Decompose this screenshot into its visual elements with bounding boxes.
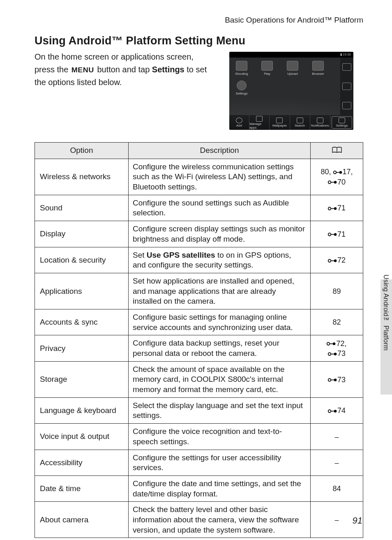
- status-bar: ▮ 15:30: [229, 52, 353, 58]
- description-cell: Configure the wireless communication set…: [129, 159, 311, 195]
- svg-point-1: [339, 171, 342, 174]
- screenshot-bottom-bar: Add Manage apps Wallpaper Search Notific…: [229, 115, 353, 130]
- col-description: Description: [129, 143, 311, 159]
- svg-point-18: [328, 353, 331, 355]
- app-label: Upload: [287, 72, 297, 76]
- menu-button-label: MENU: [71, 65, 95, 76]
- option-cell: Language & keyboard: [35, 397, 129, 423]
- bottom-label: Settings: [336, 124, 348, 127]
- option-cell: Accessibility: [35, 450, 129, 475]
- reference-cell: 84: [311, 475, 363, 501]
- desc-bold: Use GPS satellites: [147, 251, 215, 259]
- settings-table: Option Description Wireless & networksCo…: [35, 142, 363, 538]
- bottom-label: Add: [236, 124, 242, 127]
- android-screenshot: ▮ 15:30 Shooting Play Upload Browser Set…: [229, 52, 353, 130]
- reference-icon: [328, 258, 337, 263]
- ref-line: 89: [315, 286, 359, 296]
- app-browser: Browser: [309, 61, 327, 76]
- svg-point-3: [328, 181, 331, 184]
- option-cell: Voice input & output: [35, 424, 129, 450]
- bottom-wallpaper: Wallpaper: [270, 115, 290, 130]
- page-number: 91: [353, 515, 362, 526]
- app-upload: Upload: [284, 61, 302, 76]
- table-row: SoundConfigure the sound settings such a…: [35, 195, 363, 221]
- reference-icon: [327, 342, 336, 346]
- side-text: Using Android™ Platform: [382, 275, 390, 351]
- table-row: Wireless & networksConfigure the wireles…: [35, 159, 363, 195]
- app-play: Play: [258, 61, 276, 76]
- app-shooting: Shooting: [233, 61, 251, 76]
- app-settings: Settings: [233, 81, 251, 95]
- ref-line: –: [315, 458, 359, 468]
- table-row: StorageCheck the amount of space availab…: [35, 361, 363, 397]
- bottom-search: Search: [290, 115, 310, 130]
- table-row: Language & keyboardSelect the display la…: [35, 397, 363, 423]
- side-btn-1: [342, 63, 351, 71]
- ref-text: 82: [332, 318, 341, 326]
- ref-line: 82: [315, 317, 359, 327]
- col-option: Option: [35, 143, 129, 159]
- bottom-label: Wallpaper: [272, 124, 287, 127]
- settings-bold: Settings: [152, 65, 184, 74]
- option-cell: Sound: [35, 195, 129, 221]
- option-cell: Accounts & sync: [35, 309, 129, 335]
- svg-point-7: [334, 207, 337, 210]
- svg-point-10: [334, 233, 337, 236]
- ref-line: 84: [315, 484, 359, 494]
- ref-text: –: [334, 433, 339, 441]
- app-row-2: Settings: [233, 81, 337, 95]
- table-row: AccessibilityConfigure the settings for …: [35, 450, 363, 475]
- table-row: About cameraCheck the battery level and …: [35, 502, 363, 538]
- ref-line: 74: [315, 406, 359, 415]
- table-row: Date & timeConfigure the date and time s…: [35, 475, 363, 501]
- ref-line: 80, 17,: [315, 167, 359, 177]
- reference-icon: [328, 378, 337, 382]
- ref-text: 72,: [336, 339, 346, 348]
- reference-cell: –: [311, 450, 363, 475]
- ref-text: 70: [337, 178, 346, 186]
- ref-line: –: [315, 432, 359, 442]
- ref-text: –: [334, 516, 339, 524]
- svg-point-22: [334, 379, 337, 382]
- ref-text: 89: [332, 287, 341, 295]
- svg-point-4: [334, 181, 337, 184]
- reference-cell: 72: [311, 247, 363, 273]
- ref-line: 73: [315, 348, 359, 358]
- option-cell: About camera: [35, 502, 129, 538]
- ref-text: 17,: [343, 168, 353, 176]
- app-row: Shooting Play Upload Browser: [233, 61, 337, 76]
- ref-line: 72,: [315, 339, 359, 348]
- ref-line: 73: [315, 375, 359, 385]
- description-cell: Set how applications are installed and o…: [129, 273, 311, 309]
- svg-point-21: [328, 379, 331, 382]
- side-btn-3: [342, 102, 351, 109]
- page-title: Using Android™ Platform Setting Menu: [35, 35, 363, 47]
- description-cell: Configure the voice recognition and text…: [129, 424, 311, 450]
- svg-point-6: [328, 207, 331, 210]
- option-cell: Storage: [35, 361, 129, 397]
- svg-point-19: [334, 353, 337, 355]
- description-cell: Configure data backup settings, reset yo…: [129, 335, 311, 361]
- reference-icon: [328, 232, 337, 237]
- ref-text: –: [334, 459, 339, 467]
- desc-text: Set: [133, 251, 147, 259]
- bottom-label: Manage apps: [249, 122, 269, 129]
- col-reference: [311, 143, 363, 159]
- description-cell: Configure basic settings for managing on…: [129, 309, 311, 335]
- ref-line: 70: [315, 177, 359, 187]
- reference-cell: 72,73: [311, 335, 363, 361]
- reference-cell: 89: [311, 273, 363, 309]
- table-row: DisplayConfigure screen display settings…: [35, 221, 363, 247]
- option-cell: Location & security: [35, 247, 129, 273]
- svg-point-24: [328, 410, 331, 413]
- reference-icon: [328, 206, 337, 211]
- bottom-manage: Manage apps: [249, 115, 270, 130]
- svg-point-0: [333, 171, 336, 174]
- reference-icon: [328, 352, 337, 356]
- description-cell: Configure the sound settings such as Aud…: [129, 195, 311, 221]
- ref-text: 71: [337, 230, 346, 238]
- ref-line: 71: [315, 229, 359, 239]
- ref-line: 71: [315, 203, 359, 213]
- svg-point-25: [334, 410, 337, 413]
- ref-text: 73: [337, 349, 346, 358]
